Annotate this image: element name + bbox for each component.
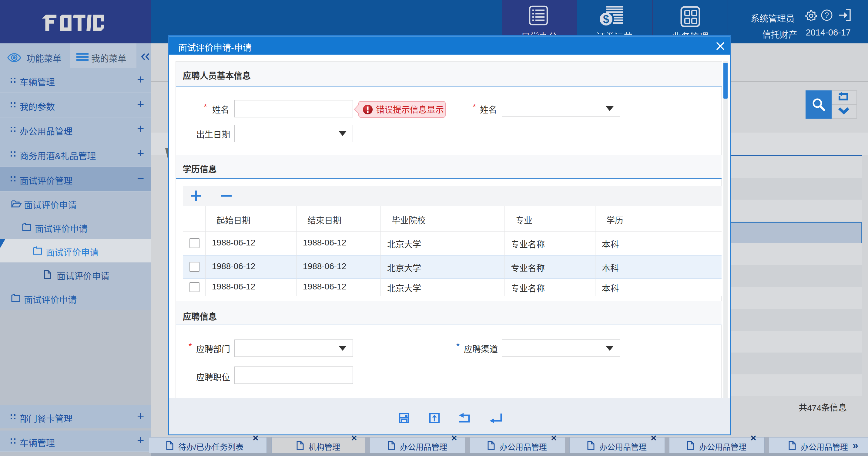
svg-text:$: $ (603, 13, 609, 26)
svg-text:?: ? (825, 11, 829, 20)
